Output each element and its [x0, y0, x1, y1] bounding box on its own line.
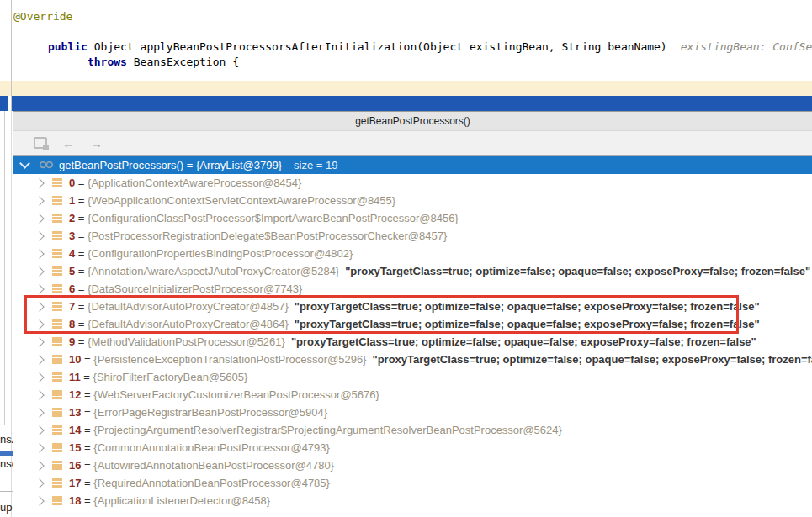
element-index: 9 — [69, 335, 75, 348]
annotation-token: @Override — [13, 9, 72, 24]
right-margin-guide — [783, 0, 783, 111]
array-element-icon — [52, 496, 62, 505]
array-element-icon — [52, 284, 62, 293]
list-item[interactable]: 12 = {WebServerFactoryCustomizerBeanPost… — [13, 386, 812, 404]
element-index: 12 — [69, 388, 81, 401]
array-element-icon — [52, 478, 62, 488]
back-arrow-icon[interactable]: ← — [62, 137, 75, 150]
array-element-icon — [52, 266, 62, 276]
list-item[interactable]: 5 = {AnnotationAwareAspectJAutoProxyCrea… — [13, 262, 812, 280]
list-item[interactable]: 17 = {RequiredAnnotationBeanPostProcesso… — [13, 474, 812, 492]
array-element-icon — [52, 408, 62, 417]
list-item[interactable]: 9 = {MethodValidationPostProcessor@5261}… — [13, 333, 812, 351]
code-line-execution-point: Object current = processor.postProcessAf… — [0, 96, 812, 111]
background-text-fragment: nsA — [0, 433, 13, 446]
object-reference: {WebApplicationContextServletContextAwar… — [88, 194, 395, 207]
array-element-icon — [52, 337, 62, 346]
list-item[interactable]: 7 = {DefaultAdvisorAutoProxyCreator@4857… — [13, 298, 812, 315]
list-item[interactable]: 18 = {ApplicationListenerDetector@8458} — [13, 492, 812, 509]
chevron-right-icon[interactable] — [34, 461, 44, 470]
code-line-throws: throws BeansException { — [0, 40, 812, 55]
array-element-icon — [52, 196, 62, 205]
chevron-right-icon[interactable] — [34, 337, 44, 346]
collection-size-label: size = 19 — [294, 159, 337, 171]
array-element-icon — [52, 372, 62, 382]
object-reference: {DataSourceInitializerPostProcessor@7743… — [88, 282, 302, 295]
code-line-signature: public Object applyBeanPostProcessorsAft… — [0, 24, 812, 40]
equals-sign: = — [81, 371, 93, 383]
object-value-string: "proxyTargetClass=true; optimize=false; … — [295, 318, 760, 330]
chevron-right-icon[interactable] — [34, 478, 44, 488]
element-index: 8 — [69, 318, 75, 330]
object-reference: {DefaultAdvisorAutoProxyCreator@4857} — [88, 300, 289, 313]
object-reference: {DefaultAdvisorAutoProxyCreator@4864} — [88, 318, 289, 330]
array-element-icon — [52, 302, 62, 311]
chevron-right-icon[interactable] — [34, 496, 44, 505]
object-value-string: "proxyTargetClass=true; optimize=false; … — [345, 265, 810, 277]
equals-sign: = — [75, 247, 88, 260]
list-item[interactable]: 4 = {ConfigurationPropertiesBindingPostP… — [13, 245, 812, 262]
forward-arrow-icon[interactable]: → — [90, 137, 103, 150]
array-element-icon — [52, 319, 62, 329]
array-element-icon — [52, 390, 62, 399]
list-item[interactable]: 0 = {ApplicationContextAwareProcessor@84… — [13, 174, 812, 192]
list-item[interactable]: 11 = {ShiroFilterFactoryBean@5605} — [13, 368, 812, 386]
element-index: 1 — [69, 194, 75, 207]
object-reference: {PostProcessorRegistrationDelegate$BeanP… — [88, 229, 447, 242]
chevron-right-icon[interactable] — [34, 425, 44, 435]
equals-sign: = — [75, 335, 88, 348]
list-item[interactable]: 14 = {ProjectingArgumentResolverRegistra… — [13, 421, 812, 439]
list-item[interactable]: 8 = {DefaultAdvisorAutoProxyCreator@4864… — [13, 315, 812, 333]
popup-title: getBeanPostProcessors() — [13, 112, 812, 131]
chevron-right-icon[interactable] — [34, 214, 44, 223]
chevron-right-icon[interactable] — [34, 284, 44, 293]
watch-result-row[interactable]: getBeanPostProcessors() = {ArrayList@379… — [13, 156, 812, 174]
list-item[interactable]: 6 = {DataSourceInitializerPostProcessor@… — [13, 280, 812, 298]
list-item[interactable]: 16 = {AutowiredAnnotationBeanPostProcess… — [13, 456, 812, 474]
open-in-editor-icon[interactable] — [34, 137, 47, 149]
equals-sign: = — [75, 318, 88, 330]
chevron-right-icon[interactable] — [34, 390, 44, 399]
code-line-result: Object result = existingBean;result: "co… — [0, 66, 812, 81]
chevron-right-icon[interactable] — [34, 266, 44, 276]
element-index: 5 — [69, 265, 75, 277]
list-item[interactable]: 10 = {PersistenceExceptionTranslationPos… — [13, 351, 812, 368]
list-item[interactable]: 2 = {ConfigurationClassPostProcessor$Imp… — [13, 209, 812, 227]
object-value-string: "proxyTargetClass=true; optimize=false; … — [372, 353, 812, 366]
background-selection-strip — [0, 451, 13, 456]
background-panel-divider — [4, 111, 5, 425]
object-reference: {ErrorPageRegistrarBeanPostProcessor@590… — [93, 406, 327, 419]
chevron-right-icon[interactable] — [34, 443, 44, 452]
chevron-right-icon[interactable] — [34, 178, 44, 187]
chevron-down-icon[interactable] — [19, 158, 30, 169]
watch-expression: getBeanPostProcessors() = {ArrayList@379… — [59, 159, 282, 171]
background-panel-strip: nsA nso up — [0, 111, 13, 517]
chevron-right-icon[interactable] — [34, 319, 44, 329]
element-index: 18 — [69, 494, 81, 507]
chevron-right-icon[interactable] — [34, 408, 44, 417]
object-reference: {AutowiredAnnotationBeanPostProcessor@47… — [93, 459, 334, 472]
object-reference: {PersistenceExceptionTranslationPostProc… — [93, 353, 366, 366]
chevron-right-icon[interactable] — [34, 196, 44, 205]
watches-glasses-icon — [39, 160, 55, 170]
chevron-right-icon[interactable] — [34, 249, 44, 258]
list-item[interactable]: 1 = {WebApplicationContextServletContext… — [13, 192, 812, 209]
list-item[interactable]: 15 = {CommonAnnotationBeanPostProcessor@… — [13, 439, 812, 456]
array-element-icon — [52, 214, 62, 223]
equals-sign: = — [81, 424, 93, 436]
background-text-fragment: nso — [0, 457, 13, 470]
gutter-border — [11, 0, 12, 111]
chevron-right-icon[interactable] — [34, 372, 44, 382]
equals-sign: = — [75, 282, 88, 295]
chevron-right-icon[interactable] — [34, 355, 44, 364]
array-element-icon — [52, 461, 62, 470]
chevron-right-icon[interactable] — [34, 231, 44, 240]
array-element-icon — [52, 231, 62, 240]
chevron-right-icon[interactable] — [34, 302, 44, 311]
object-reference: {RequiredAnnotationBeanPostProcessor@478… — [93, 477, 330, 489]
code-editor[interactable]: @Override public Object applyBeanPostPro… — [0, 0, 812, 111]
list-item[interactable]: 13 = {ErrorPageRegistrarBeanPostProcesso… — [13, 404, 812, 421]
object-reference: {WebServerFactoryCustomizerBeanPostProce… — [93, 388, 379, 401]
list-item[interactable]: 3 = {PostProcessorRegistrationDelegate$B… — [13, 227, 812, 245]
array-element-icon — [52, 249, 62, 258]
